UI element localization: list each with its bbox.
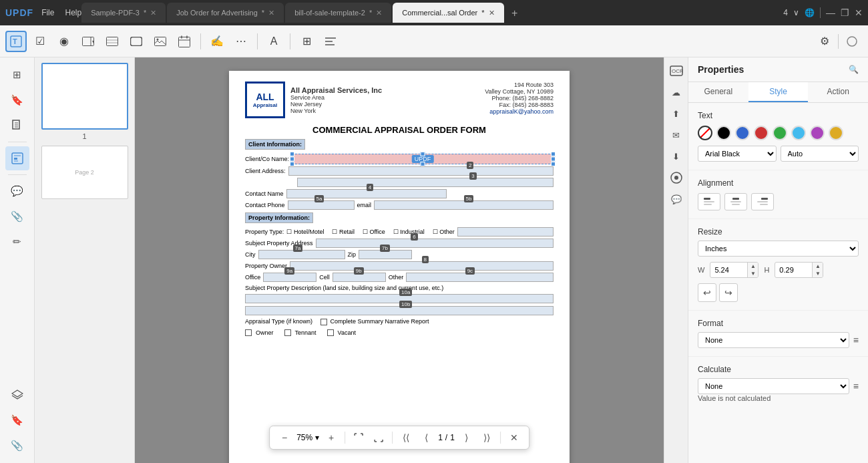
tenant-checkbox[interactable]	[327, 329, 334, 336]
zoom-dropdown-icon[interactable]: ▾	[315, 433, 319, 442]
zoom-in-button[interactable]: +	[323, 430, 339, 446]
mail-icon[interactable]: ✉	[667, 126, 686, 144]
sel-handle-bm[interactable]	[421, 162, 425, 166]
tab-bill-of-sale[interactable]: bill-of-sale-template-2* ✕	[285, 3, 391, 23]
sidebar-item-pages[interactable]	[5, 114, 29, 138]
prev-page-button[interactable]: ⟨	[418, 430, 434, 446]
align-tool[interactable]	[320, 31, 341, 52]
height-input[interactable]	[775, 264, 812, 276]
thumbnail-page-1[interactable]: COMMERCIAL APPRAISAL ORDER FORM Client I…	[41, 63, 128, 140]
color-yellow[interactable]	[829, 126, 843, 140]
complete-summary-checkbox[interactable]	[320, 319, 327, 325]
other-field[interactable]	[406, 273, 554, 282]
minimize-button[interactable]: —	[826, 7, 835, 18]
tab-action[interactable]: Action	[808, 82, 868, 102]
color-red[interactable]	[754, 126, 769, 140]
more-tool[interactable]: ⋯	[230, 31, 252, 52]
subject-desc-field-wrap-2[interactable]: 10b	[245, 306, 554, 315]
sidebar-item-thumbnails[interactable]: ⊞	[5, 63, 29, 87]
tab-style[interactable]: Style	[748, 82, 809, 102]
text-edit-tool[interactable]: A	[263, 31, 284, 52]
sel-handle-rm[interactable]	[551, 157, 556, 162]
sidebar-item-attachments[interactable]: 📎	[5, 204, 29, 228]
zoom-out-button[interactable]: −	[276, 430, 292, 446]
sidebar-item-layers[interactable]	[5, 383, 29, 407]
other-field-wrap[interactable]: 9c	[406, 273, 554, 282]
align-right-button[interactable]	[751, 193, 774, 210]
sel-handle-tl[interactable]	[290, 152, 294, 156]
calc-settings-icon[interactable]: ≡	[853, 381, 859, 392]
color-purple[interactable]	[810, 126, 825, 140]
width-input[interactable]	[710, 264, 747, 276]
ai-icon[interactable]	[667, 168, 686, 187]
tab-close[interactable]: ✕	[376, 9, 382, 17]
sidebar-item-bookmarks[interactable]: 🔖	[5, 88, 29, 112]
menu-help[interactable]: Help	[65, 8, 81, 17]
color-transparent[interactable]	[698, 126, 712, 140]
tab-add-button[interactable]: +	[505, 4, 524, 23]
cell-field-wrap[interactable]: 9b	[333, 273, 386, 282]
email-field-wrap[interactable]: 5b	[374, 200, 554, 210]
prev-page-first-button[interactable]: ⟨⟨	[398, 430, 414, 446]
tab-close[interactable]: ✕	[489, 9, 495, 17]
client-address-field-wrap[interactable]: 2	[288, 166, 554, 176]
ocr-icon[interactable]: OCR	[667, 61, 686, 80]
share-icon[interactable]: ⬆	[667, 104, 686, 123]
settings-tool[interactable]: ⚙	[814, 31, 835, 52]
sel-handle-tm[interactable]	[421, 152, 425, 156]
fit-width-button[interactable]	[371, 430, 387, 446]
sidebar-item-comments[interactable]: 💬	[5, 179, 29, 203]
checkbox-tool[interactable]: ☑	[29, 31, 51, 52]
client-address-field-2[interactable]	[297, 178, 554, 187]
globe-icon[interactable]: 🌐	[805, 8, 815, 17]
sidebar-item-forms[interactable]	[5, 146, 29, 170]
align-left-button[interactable]	[698, 193, 720, 210]
occupant-checkbox[interactable]	[245, 329, 252, 336]
resize-unit-select[interactable]: Inches	[698, 241, 859, 257]
date-tool[interactable]	[174, 31, 195, 52]
next-page-last-button[interactable]: ⟩⟩	[479, 430, 495, 446]
list-box-tool[interactable]	[101, 31, 123, 52]
combobox-tool[interactable]: ▾	[77, 31, 99, 52]
property-owner-field-wrap[interactable]: 8	[290, 261, 554, 271]
tab-job-order[interactable]: Job Order for Advertising* ✕	[167, 3, 284, 23]
owner-checkbox[interactable]	[284, 329, 291, 336]
type-other-field[interactable]	[457, 227, 554, 237]
city-field-wrap[interactable]: 7a	[258, 250, 345, 259]
font-size-select[interactable]: Auto	[781, 146, 859, 162]
font-name-select[interactable]: Arial Black	[698, 146, 777, 162]
sel-handle-tr[interactable]	[551, 152, 556, 156]
sel-handle-br[interactable]	[551, 162, 556, 166]
client-address-field[interactable]: 2	[288, 166, 554, 176]
calc-select[interactable]: None	[698, 378, 849, 394]
download-icon[interactable]: ⬇	[667, 147, 686, 166]
color-blue[interactable]	[735, 126, 750, 140]
format-select[interactable]: None	[698, 332, 849, 348]
sel-handle-bl[interactable]	[290, 162, 294, 166]
sidebar-item-signatures[interactable]: ✏	[5, 230, 29, 254]
image-tool[interactable]	[150, 31, 171, 52]
zip-field-wrap[interactable]: 7b	[359, 250, 412, 259]
undo-button[interactable]: ↩	[698, 283, 716, 302]
properties-search-icon[interactable]: 🔍	[849, 65, 859, 74]
signature-tool[interactable]: ✍	[206, 31, 228, 52]
tab-commercial-order[interactable]: Commercial...sal Order* ✕	[393, 3, 503, 23]
table-tool[interactable]: ⊞	[296, 31, 317, 52]
width-down-arrow[interactable]: ▼	[747, 270, 758, 277]
height-down-arrow[interactable]: ▼	[812, 270, 823, 277]
maximize-button[interactable]: ❐	[841, 7, 849, 18]
text-field-tool[interactable]: T	[5, 31, 27, 52]
height-up-arrow[interactable]: ▲	[812, 263, 823, 270]
radio-tool[interactable]: ◉	[53, 31, 75, 52]
tab-close[interactable]: ✕	[150, 9, 156, 17]
sel-handle-lm[interactable]	[290, 157, 294, 162]
width-up-arrow[interactable]: ▲	[747, 263, 758, 270]
format-settings-icon[interactable]: ≡	[853, 335, 859, 345]
sidebar-item-clip[interactable]: 📎	[5, 434, 29, 458]
tab-general[interactable]: General	[688, 82, 748, 102]
tab-close[interactable]: ✕	[268, 9, 274, 17]
align-center-button[interactable]	[724, 193, 747, 210]
subject-address-field-wrap[interactable]: 6	[316, 239, 554, 248]
cloud-icon[interactable]: ☁	[667, 83, 686, 102]
chat-icon[interactable]: 💬	[667, 190, 686, 208]
